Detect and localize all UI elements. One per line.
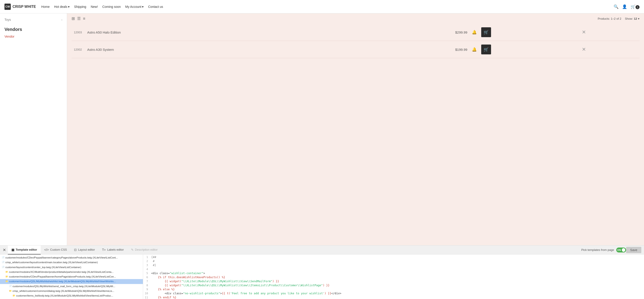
folder-icon: 📁 xyxy=(5,275,8,278)
sidebar-toys-link: Toys › xyxy=(4,18,62,22)
product-table: 12003 Astro A50 Halo Edition $299.99 🔔 🛒… xyxy=(72,24,640,58)
nav-contact-us[interactable]: Contact us xyxy=(148,5,163,9)
cart-button[interactable]: 🛒1 xyxy=(630,4,640,9)
file-icon: 📄 xyxy=(2,265,4,269)
view-icons: ⊞ ☰ ≡ xyxy=(72,16,86,21)
product-cart-cell: 🛒 xyxy=(479,24,580,41)
save-button[interactable]: Save xyxy=(626,247,641,253)
product-price: $199.99 xyxy=(353,41,470,58)
nav-links: Home Hot deals ▾ Shipping New! Coming so… xyxy=(41,5,608,9)
code-line: 8 {{ widget("\\XLite\\Module\\QSL\\MyWis… xyxy=(143,283,644,287)
chevron-right-icon: › xyxy=(61,18,62,22)
code-line: 4 xyxy=(143,267,644,271)
sidebar-back-label: Toys xyxy=(4,18,11,22)
line-content: {## xyxy=(150,255,644,259)
tab-description-editor[interactable]: ✎ Description editor xyxy=(128,245,161,254)
file-icon: 📄 xyxy=(9,284,12,288)
line-number: 8 xyxy=(143,283,150,287)
products-count: Products: 1–2 of 2 xyxy=(598,17,622,20)
product-list-toolbar: ⊞ ☰ ≡ Products: 1–2 of 2 Show: 12 ▾ xyxy=(72,16,640,21)
editor-panel: ✕ ▦ Template editor </> Custom CSS ⊡ Lay… xyxy=(0,245,644,299)
line-number: 3 xyxy=(143,263,150,267)
folder-icon: 📁 xyxy=(5,279,8,283)
line-content: {% endif %} xyxy=(150,296,644,299)
tree-item[interactable]: 📁customer/modules/CDev/Paypal/banner/hom… xyxy=(0,274,143,279)
tree-item[interactable]: 📄crisp_white/customer/layout/content/mai… xyxy=(0,260,143,265)
line-content: # xyxy=(150,259,644,263)
tree-item[interactable]: 📁crisp_white/customer/common/dialog.twig… xyxy=(0,289,143,293)
line-content: <div class="wishlist-container"> xyxy=(150,271,644,275)
file-icon: 📄 xyxy=(2,256,4,259)
top-nav: CW CRISP WHITE Home Hot deals ▾ Shipping… xyxy=(0,0,644,14)
sidebar: Toys › Vendors Vendor xyxy=(0,14,67,245)
product-id: 12003 xyxy=(72,24,85,41)
nav-coming-soon[interactable]: Coming soon xyxy=(102,5,121,9)
tree-item[interactable]: 📁customer/modules/XC/MultiVendor/product… xyxy=(0,270,143,274)
code-line: 9 {% else %} xyxy=(143,287,644,291)
logo-text: CRISP WHITE xyxy=(12,5,36,9)
add-to-cart-button[interactable]: 🛒 xyxy=(481,45,491,54)
pick-templates-toggle[interactable]: ON xyxy=(616,247,626,252)
code-area: 1{##2 #3 #}45<div class="wishlist-contai… xyxy=(143,254,644,299)
sidebar-vendor-link[interactable]: Vendor xyxy=(4,35,14,38)
line-number: 11 xyxy=(143,296,150,299)
nav-shipping[interactable]: Shipping xyxy=(74,5,86,9)
editor-close-button[interactable]: ✕ xyxy=(3,247,6,252)
remove-product-button[interactable]: ✕ xyxy=(582,29,586,35)
cart-badge: 1 xyxy=(636,5,640,9)
line-number: 10 xyxy=(143,291,150,296)
remove-product-button[interactable]: ✕ xyxy=(582,47,586,52)
nav-my-account[interactable]: My Account ▾ xyxy=(125,5,144,9)
product-remove-cell: ✕ xyxy=(580,41,640,58)
tree-item[interactable]: 📁customer/items_list/body.twig (XLite\Mo… xyxy=(0,293,143,298)
grid-view-button[interactable]: ⊞ xyxy=(72,16,75,21)
pick-templates-area: Pick templates from page ON xyxy=(581,247,626,252)
tab-labels-editor[interactable]: T+ Labels editor xyxy=(98,245,127,254)
sidebar-vendors-title: Vendors xyxy=(4,27,62,32)
line-number: 7 xyxy=(143,279,150,283)
logo-icon: CW xyxy=(4,4,11,10)
code-line: 11 {% endif %} xyxy=(143,296,644,299)
tree-item[interactable]: 📄customer/pager/body.twig (XLite\View\Pa… xyxy=(0,298,143,299)
product-name: Astro A30 System xyxy=(85,41,353,58)
product-list-area: ⊞ ☰ ≡ Products: 1–2 of 2 Show: 12 ▾ 1200… xyxy=(67,14,644,245)
tab-layout-editor[interactable]: ⊡ Layout editor xyxy=(70,245,98,254)
tab-custom-css[interactable]: </> Custom CSS xyxy=(41,245,70,254)
line-content: {% else %} xyxy=(150,287,644,291)
list-view-button[interactable]: ☰ xyxy=(77,16,81,21)
add-to-cart-button[interactable]: 🛒 xyxy=(481,27,491,37)
code-line: 2 # xyxy=(143,259,644,263)
line-number: 6 xyxy=(143,275,150,279)
nav-home[interactable]: Home xyxy=(41,5,50,9)
account-button[interactable]: 👤 xyxy=(622,4,627,9)
tree-item[interactable]: 📄customer/layout/content/center_top.twig… xyxy=(0,265,143,270)
code-line: 1{## xyxy=(143,255,644,259)
tree-item[interactable]: 📄customer/modules/CDev/Paypal/banner/cat… xyxy=(0,255,143,260)
nav-new[interactable]: New! xyxy=(91,5,98,9)
code-line: 10 <div class="no-wishlist-products">{{ … xyxy=(143,291,644,296)
menu-view-button[interactable]: ≡ xyxy=(83,16,86,21)
template-editor-icon: ▦ xyxy=(12,248,14,251)
tree-item[interactable]: 📁customer/modules/QSL/MyWishlist/wishlis… xyxy=(0,279,143,284)
product-row: 12003 Astro A50 Halo Edition $299.99 🔔 🛒… xyxy=(72,24,640,41)
line-content: {{ widget("\\XLite\\Module\\QSL\\MyWishl… xyxy=(150,283,644,287)
code-line: 3 #} xyxy=(143,263,644,267)
toggle-on-label: ON xyxy=(617,249,621,251)
tree-item[interactable]: 📄customer/modules/QSL/MyWishlist/send_ma… xyxy=(0,284,143,289)
line-content xyxy=(150,267,644,271)
line-content: {% if this.doesWishlistHaveProducts() %} xyxy=(150,275,644,279)
line-number: 4 xyxy=(143,267,150,271)
editor-tabs: ✕ ▦ Template editor </> Custom CSS ⊡ Lay… xyxy=(0,245,644,254)
tab-template-editor[interactable]: ▦ Template editor xyxy=(8,245,41,254)
line-number: 1 xyxy=(143,255,150,259)
nav-hotdeals[interactable]: Hot deals ▾ xyxy=(54,5,70,9)
file-icon: 📄 xyxy=(2,260,4,264)
product-cart-cell: 🛒 xyxy=(479,41,580,58)
line-number: 9 xyxy=(143,287,150,291)
search-button[interactable]: 🔍 xyxy=(614,4,618,9)
show-select[interactable]: Show: 12 ▾ xyxy=(625,17,640,20)
logo-link[interactable]: CW CRISP WHITE xyxy=(4,4,36,10)
nav-icons: 🔍 👤 🛒1 xyxy=(614,4,640,9)
product-name: Astro A50 Halo Edition xyxy=(85,24,353,41)
product-bell: 🔔 xyxy=(470,24,479,41)
